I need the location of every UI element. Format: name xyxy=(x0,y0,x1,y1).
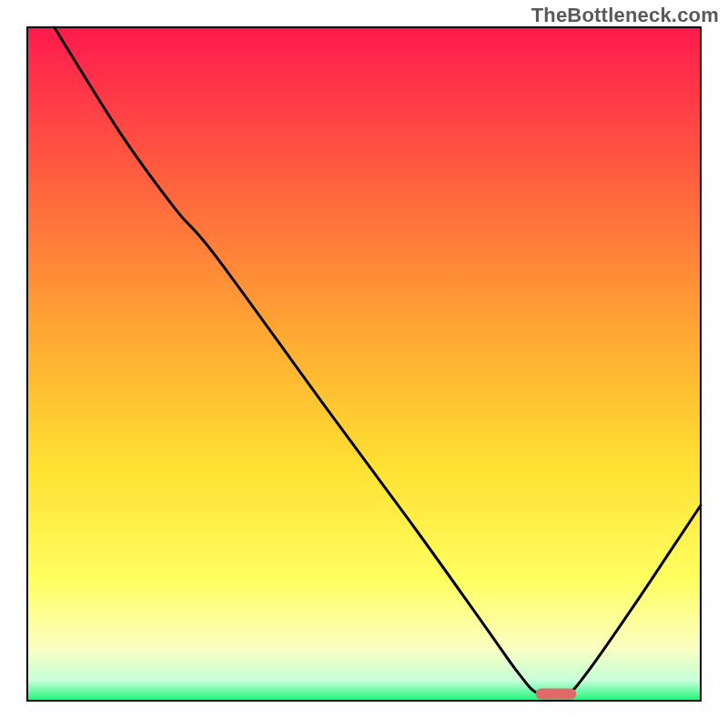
chart-background xyxy=(27,27,701,701)
highlight-pill xyxy=(536,689,576,700)
watermark-text: TheBottleneck.com xyxy=(531,4,719,27)
bottleneck-chart xyxy=(0,0,728,728)
